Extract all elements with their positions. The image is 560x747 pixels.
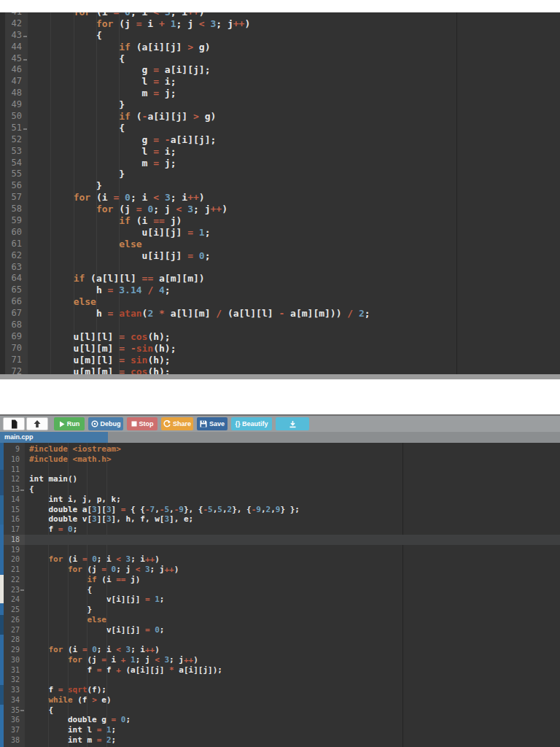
code-line[interactable]: if (-a[i][j] > g) [28,111,560,123]
code-line[interactable] [28,320,560,331]
line-number[interactable]: 38 [0,735,25,746]
code-line[interactable] [28,262,560,274]
download-button[interactable] [276,417,309,430]
line-number[interactable]: 26 [0,615,25,625]
line-number[interactable]: 25 [0,605,25,615]
code-line[interactable]: for (i = 0; i < 3; i++) [29,645,560,655]
line-number[interactable]: 27 [0,625,25,635]
line-number[interactable]: 36 [0,715,25,725]
line-number[interactable]: 29 [0,645,25,655]
line-number[interactable]: 18 [0,535,25,545]
code-line[interactable]: for (j = i + 1; j < 3; j++) [28,18,560,30]
code-line[interactable]: double a[3][3] = { {-7,-5,-9}, {-5,5,2},… [29,505,560,515]
line-number[interactable]: 13 [0,484,25,495]
code-line[interactable]: for (j = 0; j < 3; j++) [28,204,560,215]
code-line[interactable]: if (a[l][l] == a[m][m]) [28,273,560,285]
fold-marker-icon[interactable] [23,36,27,37]
editor-top[interactable]: 4142434445464748495051525354555657585960… [0,12,560,374]
code-line[interactable]: v[i][j] = 1; [29,595,560,605]
code-line[interactable]: else [29,615,560,625]
code-line[interactable]: u[l][m] = -sin(h); [28,343,560,355]
code-line[interactable]: u[l][l] = cos(h); [28,331,560,343]
code-line[interactable]: for (i = 0; i < 3; i++) [28,12,560,18]
code-line[interactable]: u[m][m] = cos(h); [28,366,560,374]
code-line[interactable]: #include <math.h> [29,454,560,465]
code-line[interactable]: g = -a[i][j]; [28,134,560,146]
line-number[interactable]: 14 [0,495,25,505]
code-line[interactable]: double g = 0; [29,715,560,725]
line-number[interactable]: 12 [0,474,25,484]
code-line[interactable]: double v[3][3], h, f, w[3], e; [29,514,560,525]
upload-button[interactable] [26,417,48,430]
line-number[interactable]: 10 [0,454,25,465]
code-line[interactable]: for (i = 0; i < 3; i++) [29,554,560,565]
line-number[interactable]: 34 [0,695,25,705]
line-number[interactable]: 11 [0,465,25,475]
code-line[interactable]: { [29,585,560,595]
code-line[interactable]: h = 3.14 / 4; [28,285,560,296]
code-line[interactable]: u[i][j] = 1; [28,227,560,239]
code-line[interactable]: { [29,705,560,716]
line-number[interactable]: 37 [0,725,25,735]
code-line[interactable]: int l = 1; [29,725,560,735]
line-number[interactable]: 20 [0,554,25,565]
line-number[interactable]: 23 [0,585,25,595]
fold-marker-icon[interactable] [20,710,24,711]
code-line[interactable]: } [29,605,560,615]
line-number[interactable]: 33 [0,685,25,695]
line-number[interactable]: 28 [0,635,25,645]
code-line[interactable]: f = sqrt(f); [29,685,560,695]
code-line[interactable]: int i, j, p, k; [29,495,560,505]
new-file-button[interactable] [3,417,25,430]
code-line[interactable]: m = j; [28,88,560,99]
code-line[interactable]: u[m][l] = sin(h); [28,355,560,366]
beautify-button[interactable]: {} Beautify [231,417,272,430]
line-number[interactable]: 9 [0,444,25,454]
editor-bottom[interactable]: 9101112131415161718192021222324252627282… [0,443,560,747]
fold-marker-icon[interactable] [20,489,24,491]
code-line[interactable]: } [28,99,560,111]
line-number[interactable]: 32 [0,675,25,685]
code-line[interactable]: #include <iostream> [29,444,560,454]
code-line[interactable]: { [29,484,560,495]
code-line[interactable]: else [28,239,560,250]
line-number[interactable]: 15 [0,505,25,515]
code-line[interactable]: if (i == j) [29,575,560,585]
code-line[interactable]: int m = 2; [29,735,560,746]
code-line[interactable]: for (j = 0; j < 3; j++) [29,565,560,575]
code-line[interactable]: while (f > e) [29,695,560,705]
debug-button[interactable]: Debug [88,417,123,430]
line-number[interactable]: 16 [0,514,25,525]
code-line[interactable]: { [28,123,560,134]
stop-button[interactable]: Stop [127,417,158,430]
code-line[interactable]: { [28,30,560,42]
line-number[interactable]: 35 [0,705,25,716]
line-number[interactable]: 19 [0,545,25,555]
code-line[interactable]: } [28,180,560,192]
line-number[interactable]: 24 [0,595,25,605]
code-line[interactable] [29,675,560,685]
code-line[interactable] [29,545,560,555]
fold-marker-icon[interactable] [23,59,27,61]
code-line[interactable]: f = 0; [29,525,560,535]
code-line[interactable]: l = i; [28,76,560,88]
code-line[interactable] [29,465,560,475]
code-line[interactable]: int main() [29,474,560,484]
share-button[interactable]: Share [161,417,193,430]
code-line[interactable]: u[i][j] = 0; [28,250,560,262]
code-line[interactable]: if (a[i][j] > g) [28,42,560,53]
code-line[interactable]: else [28,296,560,308]
code-line[interactable]: for (i = 0; i < 3; i++) [28,192,560,204]
code-area[interactable]: #include <iostream>#include <math.h>int … [29,443,560,747]
code-line[interactable]: if (i == j) [28,215,560,227]
line-number[interactable]: 30 [0,655,25,665]
code-line[interactable]: l = i; [28,146,560,158]
code-line[interactable]: m = j; [28,158,560,169]
fold-marker-icon[interactable] [23,128,27,130]
code-line[interactable]: for (j = i + 1; j < 3; j++) [29,655,560,665]
line-number[interactable]: 21 [0,565,25,575]
code-line[interactable]: { [28,53,560,65]
code-line[interactable]: h = atan(2 * a[l][m] / (a[l][l] - a[m][m… [28,308,560,320]
fold-marker-icon[interactable] [20,589,24,591]
code-line[interactable] [29,635,560,645]
